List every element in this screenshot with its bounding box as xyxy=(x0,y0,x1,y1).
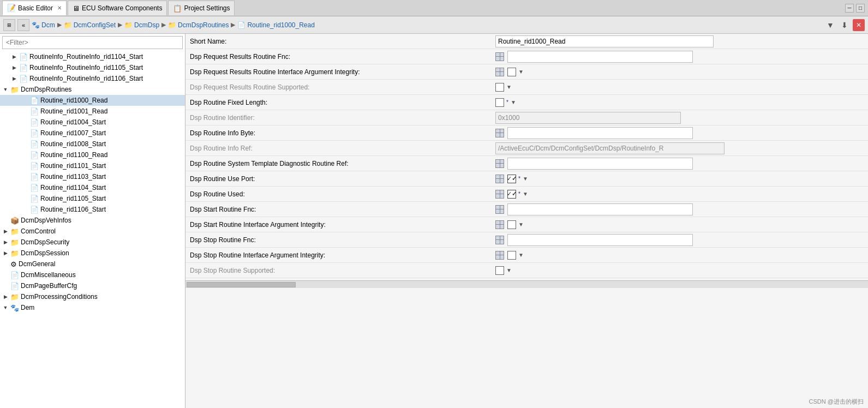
dropdown-2[interactable]: ▼ xyxy=(506,84,512,90)
node-icon: 📄 xyxy=(30,107,39,116)
grid-icon-12[interactable] xyxy=(495,236,504,244)
tree-container: ▶ 📄 RoutineInfo_RoutineInfo_rid1104_Star… xyxy=(0,51,185,408)
nav-back-button[interactable]: ⊞ xyxy=(3,19,15,31)
tab-project-settings[interactable]: 📋 Project Settings xyxy=(168,1,235,15)
grid-icon-5[interactable] xyxy=(495,129,504,137)
checkbox-8[interactable]: ✓ xyxy=(507,175,516,183)
tree-item-routine1000[interactable]: 📄 Routine_rid1000_Read xyxy=(0,95,185,106)
tree-item-routine1104[interactable]: 📄 Routine_rid1104_Start xyxy=(0,182,185,193)
dropdown-14[interactable]: ▼ xyxy=(506,267,512,273)
checkbox-9[interactable]: ✓ xyxy=(507,190,516,199)
expander-icon: ▼ xyxy=(2,87,9,92)
scrollbar-thumb[interactable] xyxy=(187,282,296,287)
prop-input-12[interactable] xyxy=(507,234,693,246)
grid-icon-1[interactable] xyxy=(495,68,504,76)
tab-ecu-software[interactable]: 🖥 ECU Software Components xyxy=(68,1,167,15)
bottom-scrollbar[interactable] xyxy=(185,280,868,288)
checkbox-2[interactable] xyxy=(495,83,504,92)
dropdown-11[interactable]: ▼ xyxy=(518,221,524,227)
tree-item-routineinfo1104[interactable]: ▶ 📄 RoutineInfo_RoutineInfo_rid1104_Star… xyxy=(0,51,185,62)
breadcrumb-dcmconfigset[interactable]: 📁 DcmConfigSet xyxy=(64,21,116,29)
prop-input-0[interactable] xyxy=(507,51,693,63)
grid-icon-9[interactable] xyxy=(495,190,504,199)
breadcrumb-dcmdsp[interactable]: 📁 DcmDsp xyxy=(124,21,159,29)
tree-item-dcmgeneral[interactable]: ⚙ DcmGeneral xyxy=(0,259,185,269)
breadcrumb-routine[interactable]: 📄 Routine_rid1000_Read xyxy=(237,21,314,29)
tree-item-routine1100[interactable]: 📄 Routine_rid1100_Read xyxy=(0,149,185,160)
tree-item-dcmdsprotines[interactable]: ▼ 📁 DcmDspRoutines xyxy=(0,84,185,95)
nav-prev-button[interactable]: « xyxy=(17,19,29,31)
tree-item-routineinfo1106[interactable]: ▶ 📄 RoutineInfo_RoutineInfo_rid1106_Star… xyxy=(0,73,185,84)
tree-item-routine1007[interactable]: 📄 Routine_rid1007_Start xyxy=(0,128,185,139)
prop-label-14: Dsp Stop Routine Supported: xyxy=(190,266,495,275)
prop-label-12: Dsp Stop Routine Fnc: xyxy=(190,235,495,245)
tree-item-routine1105[interactable]: 📄 Routine_rid1105_Start xyxy=(0,193,185,204)
grid-icon-0[interactable] xyxy=(495,52,504,61)
checkbox-14[interactable] xyxy=(495,266,504,275)
tree-item-dcmdspsession[interactable]: ▶ 📁 DcmDspSession xyxy=(0,248,185,259)
tab-basic-editor-label: Basic Editor xyxy=(18,4,53,12)
node-icon: 🐾 xyxy=(10,304,19,312)
tree-item-comcontrol[interactable]: ▶ 📁 ComControl xyxy=(0,226,185,237)
tree-item-routine1106[interactable]: 📄 Routine_rid1106_Start xyxy=(0,204,185,215)
grid-icon-10[interactable] xyxy=(495,205,504,214)
grid-icon-7[interactable] xyxy=(495,159,504,168)
node-icon: 📄 xyxy=(30,118,39,127)
prop-input-4[interactable] xyxy=(495,112,681,124)
tree-item-routine1008[interactable]: 📄 Routine_rid1008_Start xyxy=(0,139,185,149)
tree-item-dcmdspvehinfos[interactable]: 📦 DcmDspVehInfos xyxy=(0,215,185,226)
dropdown-8[interactable]: ▼ xyxy=(523,176,528,182)
tree-item-dcmprocessingconditions[interactable]: ▶ 📁 DcmProcessingConditions xyxy=(0,291,185,302)
tree-item-routine1001[interactable]: 📄 Routine_rid1001_Read xyxy=(0,106,185,117)
tree-item-dem[interactable]: ▼ 🐾 Dem xyxy=(0,302,185,313)
close-button[interactable]: ✕ xyxy=(853,19,865,31)
prop-value-0 xyxy=(495,51,864,63)
shortname-input[interactable] xyxy=(495,35,714,47)
checkbox-3[interactable] xyxy=(495,98,504,107)
dropdown-13[interactable]: ▼ xyxy=(518,252,524,258)
main-content: ▶ 📄 RoutineInfo_RoutineInfo_rid1104_Star… xyxy=(0,34,868,408)
checkbox-11[interactable] xyxy=(507,220,516,229)
tab-basic-editor-close[interactable]: ✕ xyxy=(57,5,62,11)
node-label: Routine_rid1105_Start xyxy=(40,195,106,202)
node-label: DcmDspRoutines xyxy=(21,86,71,93)
minimize-button[interactable]: ─ xyxy=(845,4,854,13)
tree-item-dcmpagebuffercfg[interactable]: 📄 DcmPageBufferCfg xyxy=(0,280,185,291)
prop-input-6[interactable] xyxy=(495,142,725,154)
filter-input[interactable] xyxy=(2,36,183,49)
node-label: ComControl xyxy=(21,227,56,235)
grid-icon-8[interactable] xyxy=(495,175,504,183)
prop-input-10[interactable] xyxy=(507,203,693,215)
node-icon: 📄 xyxy=(19,53,28,61)
prop-value-2: ▼ xyxy=(495,83,864,92)
prop-input-7[interactable] xyxy=(507,158,693,170)
left-panel: ▶ 📄 RoutineInfo_RoutineInfo_rid1104_Star… xyxy=(0,34,185,408)
prop-value-7 xyxy=(495,158,864,170)
tree-item-dcmmiscellaneous[interactable]: 📄 DcmMiscellaneous xyxy=(0,269,185,280)
dropdown-1[interactable]: ▼ xyxy=(518,69,524,75)
breadcrumb-dcm[interactable]: 🐾 Dcm xyxy=(32,21,55,29)
breadcrumb-arrow-1: ▶ xyxy=(57,21,62,28)
maximize-button[interactable]: □ xyxy=(856,4,865,13)
tree-item-dcmdspsecurity[interactable]: ▶ 📁 DcmDspSecurity xyxy=(0,237,185,248)
node-label: DcmMiscellaneous xyxy=(21,271,76,279)
filter-icon[interactable]: ⬇ xyxy=(839,19,851,31)
checkbox-13[interactable] xyxy=(507,251,516,260)
tree-item-routine1004[interactable]: 📄 Routine_rid1004_Start xyxy=(0,117,185,128)
prop-input-5[interactable] xyxy=(507,127,693,139)
tab-basic-editor[interactable]: 📝 Basic Editor ✕ xyxy=(2,1,67,15)
grid-icon-11[interactable] xyxy=(495,220,504,229)
breadcrumb-dcmdsprotines[interactable]: 📁 DcmDspRoutines xyxy=(168,21,229,29)
dropdown-3[interactable]: ▼ xyxy=(511,99,516,105)
tree-item-routine1103[interactable]: 📄 Routine_rid1103_Start xyxy=(0,171,185,182)
expander-icon: ▶ xyxy=(11,65,17,70)
node-label: DcmDspSession xyxy=(21,249,69,257)
tree-item-routineinfo1105[interactable]: ▶ 📄 RoutineInfo_RoutineInfo_rid1105_Star… xyxy=(0,62,185,73)
basic-editor-icon: 📝 xyxy=(7,4,16,12)
grid-icon-13[interactable] xyxy=(495,251,504,260)
node-icon: ⚙ xyxy=(10,260,17,268)
checkbox-1[interactable] xyxy=(507,68,516,76)
tree-item-routine1101[interactable]: 📄 Routine_rid1101_Start xyxy=(0,160,185,171)
filter-button[interactable]: ▼ xyxy=(824,19,836,31)
dropdown-9[interactable]: ▼ xyxy=(523,191,528,197)
